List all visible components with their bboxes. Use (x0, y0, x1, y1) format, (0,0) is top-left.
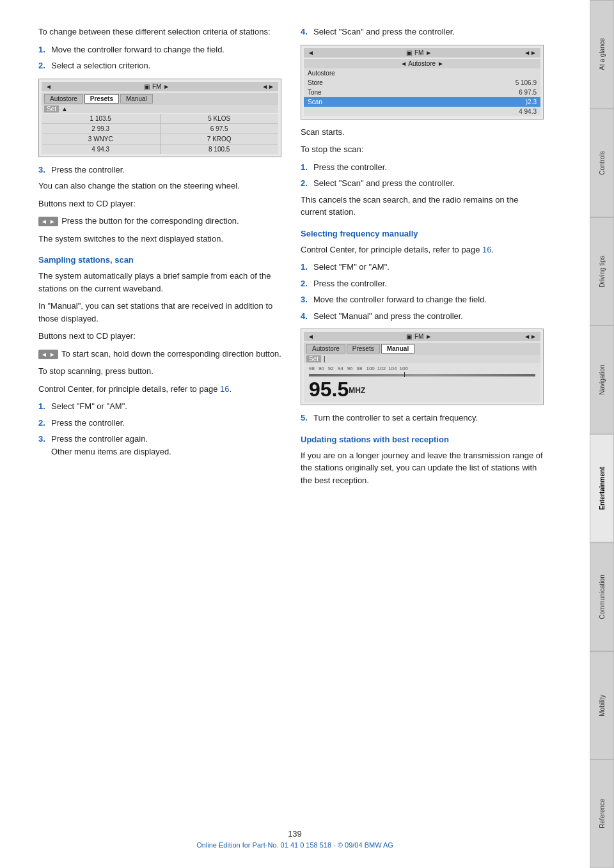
scan-step-2: 2. Press the controller. (38, 417, 281, 430)
fm-tab-manual-1[interactable]: Manual (120, 94, 153, 104)
scan-starts: Scan starts. (301, 126, 544, 139)
sidebar-tab-mobility[interactable]: Mobility (590, 651, 614, 760)
manual-step-2-num: 2. (301, 277, 311, 290)
station-4-2: 8 100.5 (161, 144, 279, 154)
manual-step-1-num: 1. (301, 261, 311, 274)
big-freq-row: 95.5MHZ (309, 379, 535, 399)
manual-step-4-text: Select "Manual" and press the controller… (313, 310, 463, 323)
fm-tab-autostore-1[interactable]: Autostore (44, 94, 83, 104)
sidebar-tab-reference[interactable]: Reference (590, 759, 614, 868)
manual-step-3: 3. Move the controller forward to change… (301, 293, 544, 306)
fm-freq-bar: 88 90 92 94 96 98 100 102 104 106 (309, 366, 535, 371)
step-3-text: Press the controller. (51, 164, 125, 176)
scan-button-desc: ◄ ► To start scan, hold down the corresp… (38, 348, 281, 360)
step-3-num: 3. (38, 164, 49, 176)
section-scan-heading: Sampling stations, scan (38, 255, 281, 265)
station-2-2: 6 97.5 (161, 124, 279, 134)
page-number: 139 (0, 829, 590, 839)
station-2-1: 2 99.3 (42, 124, 160, 134)
left-column: To change between these different select… (38, 26, 281, 842)
cancel-note: This cancels the scan search, and the ra… (301, 194, 544, 219)
btn-icon-1: ◄ ► (38, 217, 58, 226)
fm-header-3: ◄ ▣ FM ► ◄► (304, 332, 540, 341)
btn-icon-2: ◄ ► (38, 350, 58, 359)
manual-step-1-text: Select "FM" or "AM". (313, 261, 390, 274)
scan-buttons-label: Buttons next to CD player: (38, 330, 281, 343)
step-2: 2. Select a selection criterion. (38, 59, 281, 72)
right-step-4-num: 4. (301, 26, 311, 38)
page-link-2[interactable]: 16 (482, 245, 491, 254)
fm-display-1: ◄ ▣ FM ► ◄► Autostore Presets Manual Set… (38, 79, 281, 157)
stop-step-2: 2. Select "Scan" and press the controlle… (301, 177, 544, 190)
intro-text: To change between these different select… (38, 26, 281, 38)
right-column: 4. Select "Scan" and press the controlle… (301, 26, 544, 842)
fm-tab-manual-3[interactable]: Manual (381, 344, 414, 353)
station-3-1: 3 WNYC (42, 134, 160, 144)
fm-station-grid-1: 1 103.5 5 KLOS 2 99.3 6 97.5 3 WNYC 7 KR… (42, 114, 278, 154)
freq-cursor (404, 372, 405, 377)
scan-desc1: The system automatically plays a brief s… (38, 270, 281, 295)
station-1-2: 5 KLOS (161, 114, 279, 123)
stop-step-1-text: Press the controller. (313, 161, 387, 174)
fm-tab-presets-1[interactable]: Presets (84, 94, 119, 104)
manual-step-4: 4. Select "Manual" and press the control… (301, 310, 544, 323)
stop-step-1-num: 1. (301, 161, 311, 174)
sidebar-tab-driving-tips[interactable]: Driving tips (590, 217, 614, 326)
manual-step-5: 5. Turn the controller to set a certain … (301, 412, 544, 424)
section-manual-heading: Selecting frequency manually (301, 229, 544, 238)
updating-desc: If you are on a longer journey and leave… (301, 449, 544, 487)
sidebar-tab-communication[interactable]: Communication (590, 543, 614, 651)
buttons-label: Buttons next to CD player: (38, 198, 281, 210)
scan-step-1: 1. Select "FM" or "AM". (38, 400, 281, 413)
fm-freq-display: 88 90 92 94 96 98 100 102 104 106 (304, 363, 540, 402)
menu-autostore: Autostore (304, 68, 540, 78)
sidebar-right: At a glance Controls Driving tips Naviga… (590, 0, 614, 868)
right-step-4: 4. Select "Scan" and press the controlle… (301, 26, 544, 38)
stop-step-2-text: Select "Scan" and press the controller. (313, 177, 455, 190)
fm-center-1: ▣ FM ► (144, 83, 169, 90)
fm-center-3: ▣ FM ► (406, 333, 432, 340)
fm-set-row-3: Set | (304, 355, 540, 363)
sidebar-tab-controls[interactable]: Controls (590, 109, 614, 217)
fm-tab-autostore-3[interactable]: Autostore (306, 344, 345, 353)
sidebar-tab-navigation[interactable]: Navigation (590, 325, 614, 434)
fm-arrow-left-1: ◄ (45, 83, 52, 90)
step-2-text: Select a selection criterion. (51, 59, 150, 72)
system-note: The system switches to the next displaye… (38, 233, 281, 245)
fm-display-2: ◄ ▣ FM ► ◄► ◄ Autostore ► Autostore Stor… (301, 45, 544, 120)
scan-step-2-num: 2. (38, 417, 49, 430)
manual-step-5-num: 5. (301, 412, 311, 424)
freq-line (309, 374, 535, 376)
fm-display-3: ◄ ▣ FM ► ◄► Autostore Presets Manual Set… (301, 329, 544, 405)
station-1-1: 1 103.5 (42, 114, 160, 123)
step-1-text: Move the controller forward to change th… (51, 43, 224, 56)
scan-desc2: In "Manual", you can set stations that a… (38, 300, 281, 325)
sidebar-tab-entertainment[interactable]: Entertainment (590, 434, 614, 543)
scan-step-1-text: Select "FM" or "AM". (51, 400, 127, 413)
footer: 139 Online Edition for Part-No. 01 41 0 … (0, 816, 590, 849)
fm-menu-list: Autostore Store5 106.9 Tone6 97.5 Scan)2… (304, 68, 540, 116)
menu-scan[interactable]: Scan)2.3 (304, 97, 540, 107)
stop-step-2-num: 2. (301, 177, 311, 190)
page-link-1[interactable]: 16 (220, 384, 229, 394)
fm-center-2: ▣ FM ► (406, 49, 432, 56)
big-freq: 95.5 (309, 378, 349, 401)
menu-store: Store5 106.9 (304, 78, 540, 88)
mhz-label: MHZ (349, 386, 365, 395)
station-3-2: 7 KROQ (161, 134, 279, 144)
section-updating-heading: Updating stations with best reception (301, 435, 544, 444)
manual-step-3-text: Move the controller forward to change th… (313, 293, 487, 306)
fm-autostore-row: ◄ Autostore ► (304, 59, 540, 68)
sidebar-tab-at-a-glance[interactable]: At a glance (590, 0, 614, 109)
manual-step-3-num: 3. (301, 293, 311, 306)
scan-step-3: 3. Press the controller again.Other menu… (38, 433, 281, 458)
menu-bottom: 4 94.3 (304, 107, 540, 116)
button-desc: ◄ ► Press the button for the correspondi… (38, 215, 281, 228)
fm-arrow-right-1: ◄► (262, 83, 274, 90)
scan-step-2-text: Press the controller. (51, 417, 125, 430)
step-2-num: 2. (38, 59, 49, 72)
manual-step-5-text: Turn the controller to set a certain fre… (313, 412, 478, 424)
fm-tab-presets-3[interactable]: Presets (347, 344, 380, 353)
initial-steps: 1. Move the controller forward to change… (38, 43, 281, 72)
manual-step-1: 1. Select "FM" or "AM". (301, 261, 544, 274)
